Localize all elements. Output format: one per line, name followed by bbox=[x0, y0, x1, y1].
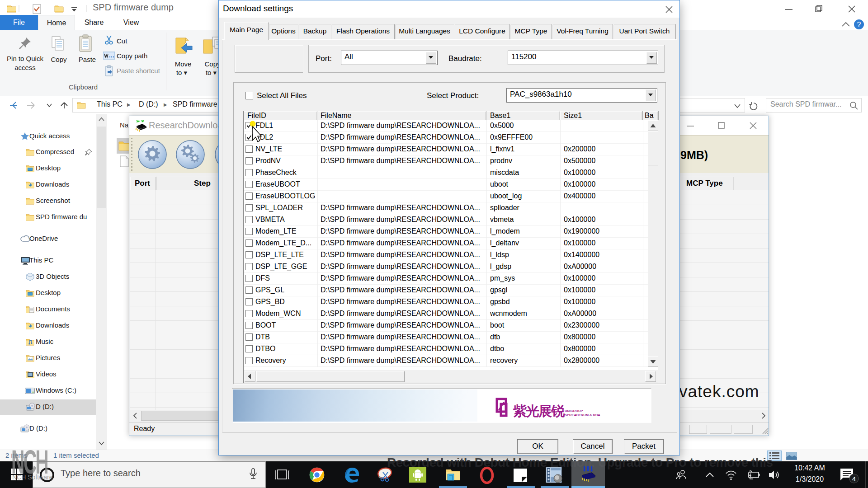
svg-text:SPREADTRUM & RDA: SPREADTRUM & RDA bbox=[565, 413, 600, 417]
svg-text:?: ? bbox=[857, 21, 861, 28]
svg-text:紫光展锐: 紫光展锐 bbox=[513, 404, 565, 418]
svg-text:UNIGROUP: UNIGROUP bbox=[565, 409, 583, 413]
